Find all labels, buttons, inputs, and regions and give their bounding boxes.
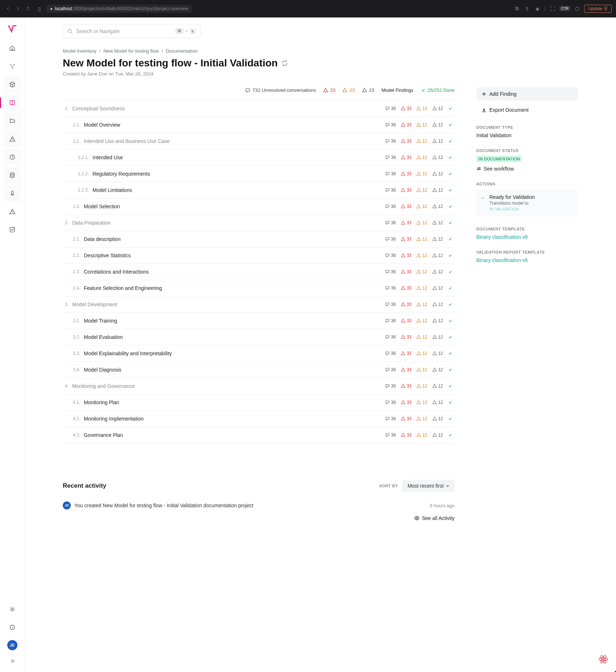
row-red[interactable]: 33 [401, 367, 411, 372]
see-all-activity[interactable]: See all Activity [414, 515, 455, 521]
row-comments[interactable]: 36 [385, 318, 396, 323]
row-comments[interactable]: 36 [385, 188, 396, 193]
row-orange[interactable]: 12 [416, 286, 427, 291]
url-bar[interactable]: ● localhost:3000/projects/clu8ta8u3000l2… [46, 5, 192, 13]
outline-row[interactable]: 1.2.3. Model Limitations 36 33 12 12 [63, 182, 455, 198]
search-input[interactable]: Search or Navigate ⌘ + k [63, 24, 201, 38]
outline-row[interactable]: 3.4. Model Diagnosis 36 33 12 12 [63, 362, 455, 378]
row-gray[interactable]: 12 [432, 367, 443, 372]
row-comments[interactable]: 36 [385, 335, 396, 340]
row-gray[interactable]: 12 [432, 188, 443, 193]
breadcrumb-2[interactable]: Documentation [166, 48, 197, 54]
row-orange[interactable]: 12 [416, 122, 427, 127]
row-comments[interactable]: 36 [385, 171, 396, 176]
update-button[interactable]: Update ☰ [584, 5, 612, 13]
row-check[interactable] [448, 335, 452, 339]
ready-validation-card[interactable]: → Ready for Validation Transitions model… [476, 189, 578, 217]
row-red[interactable]: 33 [401, 416, 411, 421]
back-button[interactable] [4, 5, 12, 12]
row-red[interactable]: 33 [401, 269, 411, 274]
outline-row[interactable]: 1.3. Model Selection 36 33 12 12 [63, 198, 455, 215]
row-comments[interactable]: 36 [385, 416, 396, 421]
row-red[interactable]: 33 [401, 188, 411, 193]
row-orange[interactable]: 12 [416, 433, 427, 438]
row-comments[interactable]: 36 [385, 367, 396, 372]
row-gray[interactable]: 12 [432, 286, 443, 291]
row-red[interactable]: 33 [401, 318, 411, 323]
outline-row[interactable]: 2. Data Preparation 36 33 12 12 [63, 215, 455, 231]
nav-clock[interactable] [4, 149, 21, 165]
row-check[interactable] [448, 139, 452, 143]
row-red[interactable]: 33 [401, 237, 411, 242]
row-red[interactable]: 33 [401, 139, 411, 144]
app-logo[interactable] [6, 22, 19, 35]
row-orange[interactable]: 12 [416, 400, 427, 405]
row-check[interactable] [448, 155, 452, 160]
shield-icon[interactable]: ◈ [534, 5, 541, 12]
nav-chart[interactable] [4, 221, 21, 238]
breadcrumb-1[interactable]: New Model for testing flow [103, 48, 159, 54]
extension-icon[interactable]: ⬡ [574, 5, 580, 12]
nav-book[interactable] [4, 94, 21, 111]
row-orange[interactable]: 12 [416, 302, 427, 307]
outline-row[interactable]: 4.2. Monitoring Implementation 36 33 12 … [63, 411, 455, 427]
row-red[interactable]: 33 [401, 106, 411, 111]
row-gray[interactable]: 12 [432, 253, 443, 258]
row-red[interactable]: 33 [401, 171, 411, 176]
row-orange[interactable]: 12 [416, 367, 427, 372]
row-check[interactable] [448, 351, 452, 356]
row-comments[interactable]: 36 [385, 155, 396, 160]
row-gray[interactable]: 12 [432, 433, 443, 438]
row-gray[interactable]: 12 [432, 384, 443, 389]
row-comments[interactable]: 36 [385, 269, 396, 274]
row-comments[interactable]: 36 [385, 400, 396, 405]
row-red[interactable]: 33 [401, 384, 411, 389]
unresolved-count[interactable]: 732 Unresolved conversations [245, 87, 316, 93]
row-gray[interactable]: 12 [432, 155, 443, 160]
row-comments[interactable]: 36 [385, 220, 396, 225]
outline-row[interactable]: 1.2.2. Regulatory Requirements 36 33 12 … [63, 166, 455, 182]
row-gray[interactable]: 12 [432, 302, 443, 307]
row-orange[interactable]: 12 [416, 106, 427, 111]
row-orange[interactable]: 12 [416, 220, 427, 225]
row-gray[interactable]: 12 [432, 351, 443, 356]
outline-row[interactable]: 3.3. Model Explainability and Interpreta… [63, 345, 455, 362]
nav-folder[interactable] [4, 112, 21, 129]
row-check[interactable] [448, 384, 452, 388]
row-comments[interactable]: 36 [385, 433, 396, 438]
row-red[interactable]: 33 [401, 204, 411, 209]
export-document-button[interactable]: Export Document [476, 103, 578, 116]
row-comments[interactable]: 36 [385, 302, 396, 307]
row-check[interactable] [448, 319, 452, 323]
outline-row[interactable]: 4.1. Monitoring Plan 36 33 12 12 [63, 394, 455, 411]
row-comments[interactable]: 36 [385, 286, 396, 291]
outline-row[interactable]: 3.2. Model Evaluation 36 33 12 12 [63, 329, 455, 345]
row-orange[interactable]: 12 [416, 188, 427, 193]
sort-select[interactable]: Most recent first [402, 480, 455, 492]
row-orange[interactable]: 12 [416, 318, 427, 323]
row-comments[interactable]: 36 [385, 384, 396, 389]
outline-row[interactable]: 2.2. Descriptive Statistics 36 33 12 12 [63, 247, 455, 264]
nav-database[interactable] [4, 167, 21, 184]
react-devtools-icon[interactable] [598, 654, 609, 665]
row-check[interactable] [448, 253, 452, 258]
row-orange[interactable]: 12 [416, 384, 427, 389]
row-check[interactable] [448, 417, 452, 421]
row-red[interactable]: 33 [401, 286, 411, 291]
nav-settings[interactable] [4, 601, 21, 618]
row-orange[interactable]: 12 [416, 253, 427, 258]
row-gray[interactable]: 12 [432, 122, 443, 127]
nav-warning[interactable] [4, 131, 21, 147]
orange-count[interactable]: 23 [342, 87, 354, 93]
reload-button[interactable] [25, 5, 32, 12]
device-icon[interactable]: ⧉ [514, 5, 520, 12]
row-orange[interactable]: 12 [416, 139, 427, 144]
nav-cube[interactable] [4, 76, 21, 93]
breadcrumb-0[interactable]: Model Inventory [63, 48, 96, 54]
row-check[interactable] [448, 123, 452, 127]
row-orange[interactable]: 12 [416, 204, 427, 209]
row-check[interactable] [448, 221, 452, 225]
row-red[interactable]: 33 [401, 253, 411, 258]
outline-row[interactable]: 1.1. Model Overview 36 33 12 12 [63, 117, 455, 133]
outline-row[interactable]: 4.3. Governance Plan 36 33 12 12 [63, 427, 455, 443]
